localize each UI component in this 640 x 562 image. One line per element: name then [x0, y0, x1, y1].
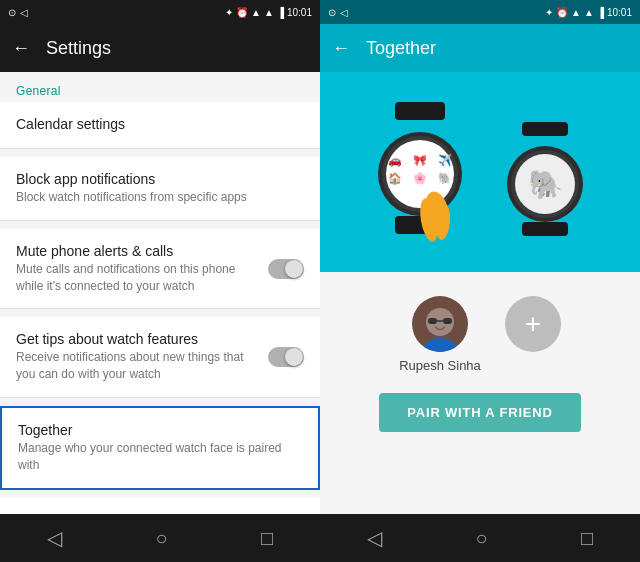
svg-text:🐘: 🐘 — [528, 168, 563, 201]
plus-icon: + — [525, 308, 541, 340]
right-bluetooth-icon: ✦ — [545, 7, 553, 18]
calendar-title: Calendar settings — [16, 116, 304, 132]
watch-right-svg: 🐘 — [495, 122, 595, 242]
right-battery-icon: ▐ — [597, 7, 604, 18]
avatar-rupesh — [412, 296, 468, 352]
hero-image: 🚗 🎀 ✈️ 🏠 🌸 🐘 — [320, 72, 640, 272]
notification-icon: ◁ — [20, 7, 28, 18]
svg-text:🚗: 🚗 — [388, 153, 402, 167]
status-bar-left-icons: ⊙ ◁ — [8, 7, 28, 18]
svg-rect-14 — [522, 122, 568, 136]
left-nav-bar: ◁ ○ □ — [0, 514, 320, 562]
settings-content: General Calendar settings Block app noti… — [0, 72, 320, 514]
alarm-icon: ⏰ — [236, 7, 248, 18]
right-time-display: 10:01 — [607, 7, 632, 18]
watches-illustration: 🚗 🎀 ✈️ 🏠 🌸 🐘 — [365, 102, 595, 242]
mute-title: Mute phone alerts & calls — [16, 243, 252, 259]
together-title: Together — [18, 422, 302, 438]
mute-toggle-knob — [285, 260, 303, 278]
mute-subtitle: Mute calls and notifications on this pho… — [16, 261, 252, 295]
right-alarm-icon: ⏰ — [556, 7, 568, 18]
right-back-button[interactable]: ← — [332, 38, 350, 59]
time-display: 10:01 — [287, 7, 312, 18]
settings-item-tips[interactable]: Get tips about watch features Receive no… — [0, 317, 320, 398]
tips-text: Get tips about watch features Receive no… — [16, 331, 268, 383]
right-nav-home[interactable]: ○ — [475, 527, 487, 550]
together-content: Rupesh Sinha + + PAIR WITH A FRIEND — [320, 272, 640, 514]
gap-1 — [0, 149, 320, 157]
left-nav-home[interactable]: ○ — [155, 527, 167, 550]
wifi-icon: ▲ — [264, 7, 274, 18]
gap-2 — [0, 221, 320, 229]
svg-text:✈️: ✈️ — [438, 153, 452, 167]
bluetooth-icon: ✦ — [225, 7, 233, 18]
contact-rupesh-name: Rupesh Sinha — [399, 358, 481, 373]
battery-icon: ▐ — [277, 7, 284, 18]
watch-right: 🐘 — [495, 122, 595, 232]
tips-toggle-knob — [285, 348, 303, 366]
gap-4 — [0, 398, 320, 406]
right-signal-icon: ▲ — [571, 7, 581, 18]
settings-item-together[interactable]: Together Manage who your connected watch… — [0, 406, 320, 490]
right-notif-icon: ◁ — [340, 7, 348, 18]
svg-text:🐘: 🐘 — [438, 171, 452, 185]
svg-rect-0 — [395, 102, 445, 120]
block-notifications-subtitle: Block watch notifications from specific … — [16, 189, 304, 206]
add-contact-button[interactable]: + — [505, 296, 561, 352]
pair-with-friend-button[interactable]: PAIR WITH A FRIEND — [379, 393, 580, 432]
add-contact-label: + — [529, 358, 537, 373]
left-nav-recent[interactable]: □ — [261, 527, 273, 550]
block-notifications-title: Block app notifications — [16, 171, 304, 187]
right-nav-back[interactable]: ◁ — [367, 526, 382, 550]
right-status-bar: ⊙ ◁ ✦ ⏰ ▲ ▲ ▐ 10:01 — [320, 0, 640, 24]
left-nav-back[interactable]: ◁ — [47, 526, 62, 550]
svg-rect-23 — [443, 318, 452, 324]
mute-toggle[interactable] — [268, 259, 304, 279]
settings-item-block-notifications[interactable]: Block app notifications Block watch noti… — [0, 157, 320, 221]
tips-subtitle: Receive notifications about new things t… — [16, 349, 252, 383]
right-android-icon: ⊙ — [328, 7, 336, 18]
settings-item-calendar[interactable]: Calendar settings — [0, 102, 320, 149]
settings-item-privacy[interactable]: Privacy & personal data — [0, 498, 320, 514]
right-app-header: ← Together — [320, 24, 640, 72]
left-back-button[interactable]: ← — [12, 38, 30, 59]
right-nav-recent[interactable]: □ — [581, 527, 593, 550]
svg-text:🌸: 🌸 — [413, 171, 427, 185]
contact-rupesh[interactable]: Rupesh Sinha — [399, 296, 481, 373]
svg-rect-19 — [522, 222, 568, 236]
settings-item-mute[interactable]: Mute phone alerts & calls Mute calls and… — [0, 229, 320, 310]
right-panel: ⊙ ◁ ✦ ⏰ ▲ ▲ ▐ 10:01 ← Together — [320, 0, 640, 562]
mute-text: Mute phone alerts & calls Mute calls and… — [16, 243, 268, 295]
together-subtitle: Manage who your connected watch face is … — [18, 440, 302, 474]
contact-add[interactable]: + + — [505, 296, 561, 373]
svg-text:🏠: 🏠 — [388, 171, 402, 185]
right-nav-bar: ◁ ○ □ — [320, 514, 640, 562]
avatar-rupesh-image — [412, 296, 468, 352]
right-wifi-icon: ▲ — [584, 7, 594, 18]
tips-toggle[interactable] — [268, 347, 304, 367]
watch-left-svg: 🚗 🎀 ✈️ 🏠 🌸 🐘 — [365, 102, 475, 242]
left-page-title: Settings — [46, 38, 111, 59]
right-page-title: Together — [366, 38, 436, 59]
signal-icon: ▲ — [251, 7, 261, 18]
right-status-right-icons: ✦ ⏰ ▲ ▲ ▐ 10:01 — [545, 7, 632, 18]
watch-left: 🚗 🎀 ✈️ 🏠 🌸 🐘 — [365, 102, 475, 232]
svg-text:🎀: 🎀 — [413, 153, 427, 167]
gap-5 — [0, 490, 320, 498]
left-panel: ⊙ ◁ ✦ ⏰ ▲ ▲ ▐ 10:01 ← Settings General C… — [0, 0, 320, 562]
tips-title: Get tips about watch features — [16, 331, 252, 347]
svg-rect-22 — [428, 318, 437, 324]
left-app-header: ← Settings — [0, 24, 320, 72]
android-icon: ⊙ — [8, 7, 16, 18]
general-section-label: General — [0, 72, 320, 102]
left-status-bar: ⊙ ◁ ✦ ⏰ ▲ ▲ ▐ 10:01 — [0, 0, 320, 24]
status-bar-right-icons: ✦ ⏰ ▲ ▲ ▐ 10:01 — [225, 7, 312, 18]
gap-3 — [0, 309, 320, 317]
contacts-row: Rupesh Sinha + + — [399, 296, 561, 373]
right-status-left: ⊙ ◁ — [328, 7, 348, 18]
